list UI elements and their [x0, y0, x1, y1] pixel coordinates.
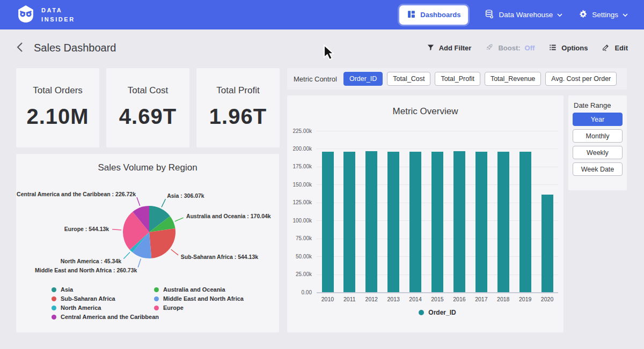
legend-item-central-america-and-the-caribbean[interactable]: Central America and the Caribbean [52, 314, 159, 320]
legend-label: North America [61, 305, 101, 311]
metric-control-buttons: Order_IDTotal_CostTotal_ProfitTotal_Reve… [343, 72, 617, 86]
legend-item-sub-saharan-africa[interactable]: Sub-Saharan Africa [52, 295, 159, 302]
pie-label-middle-east-and-north-africa: Middle East and North Africa : 260.73k [35, 267, 137, 273]
bar-2011[interactable] [343, 152, 355, 292]
pie-label-north-america: North America : 45.34k [61, 258, 122, 264]
legend-label: Asia [61, 286, 73, 293]
x-tick-label: 2011 [339, 296, 361, 302]
bar-2013[interactable] [387, 152, 399, 292]
bar-chart-title: Metric Overview [287, 106, 564, 117]
x-tick-label: 2014 [405, 296, 427, 302]
legend-label: Australia and Oceania [163, 286, 225, 293]
y-tick-label: 125.00k [287, 199, 312, 205]
kpi-value: 4.69T [106, 105, 189, 129]
pie-label-europe: Europe : 544.13k [64, 226, 109, 232]
x-tick-label: 2017 [470, 296, 492, 302]
date-range-button-week-date[interactable]: Week Date [573, 162, 623, 176]
legend-dot [154, 296, 159, 301]
gear-icon [579, 10, 588, 20]
boost-toggle[interactable]: Boost: Off [485, 43, 535, 53]
bar-2010[interactable] [322, 152, 334, 292]
pie-label-asia: Asia : 306.07k [167, 192, 204, 199]
navbar-menu: Dashboards Data Warehouse [399, 5, 628, 25]
gridline [317, 148, 558, 149]
nav-settings-menu[interactable]: Settings [579, 10, 628, 20]
bar-chart-legend[interactable]: Order_ID [317, 309, 558, 316]
nav-data-warehouse-menu[interactable]: Data Warehouse [484, 9, 562, 21]
x-tick-label: 2010 [317, 296, 339, 302]
brand-name: DATA INSIDER [41, 6, 75, 24]
brand-line-1: DATA [41, 6, 75, 15]
metric-button-total-revenue[interactable]: Total_Revenue [485, 72, 541, 86]
legend-dot [52, 296, 56, 301]
metric-overview-card: Metric Overview Order_ID 0.0025.00k50.00… [287, 95, 564, 332]
kpi-value: 2.10M [16, 105, 99, 129]
list-icon [548, 43, 557, 53]
legend-item-australia-and-oceania[interactable]: Australia and Oceania [154, 286, 244, 293]
back-button[interactable] [16, 42, 23, 54]
kpi-card-total-orders: Total Orders 2.10M [16, 68, 99, 147]
date-range-button-monthly[interactable]: Monthly [573, 129, 623, 143]
metric-control-bar: Metric Control Order_IDTotal_CostTotal_P… [287, 68, 627, 90]
gridline [317, 131, 558, 131]
legend-dot [52, 315, 56, 320]
bar-2014[interactable] [409, 152, 421, 292]
x-tick-label: 2015 [427, 296, 449, 302]
bar-2017[interactable] [475, 152, 487, 292]
metric-button-total-cost[interactable]: Total_Cost [387, 72, 430, 86]
gridline [317, 292, 558, 293]
database-icon [484, 9, 494, 21]
legend-item-middle-east-and-north-africa[interactable]: Middle East and North Africa [154, 295, 244, 302]
rocket-icon [485, 43, 494, 53]
date-range-label: Date Range [574, 101, 623, 109]
top-navbar: DATA INSIDER Dashboards [0, 0, 644, 29]
legend-label: Middle East and North Africa [163, 295, 244, 302]
legend-dot [154, 287, 159, 292]
legend-item-asia[interactable]: Asia [52, 286, 159, 293]
legend-item-north-america[interactable]: North America [52, 305, 159, 311]
nav-dashboards-button[interactable]: Dashboards [399, 5, 468, 25]
date-range-button-year[interactable]: Year [573, 113, 623, 126]
y-tick-label: 0.00 [287, 289, 312, 295]
options-button[interactable]: Options [548, 43, 588, 53]
app-root: DATA INSIDER Dashboards [0, 0, 644, 349]
pie-slice-sub-saharan-africa[interactable] [149, 228, 175, 258]
pie-label-central-america-and-the-caribbean: Central America and the Caribbean : 226.… [17, 191, 136, 197]
y-tick-label: 175.00k [287, 164, 312, 169]
brand-logo[interactable]: DATA INSIDER [16, 5, 75, 25]
kpi-card-total-profit: Total Profit 1.96T [196, 68, 280, 147]
edit-label: Edit [614, 44, 628, 52]
page-title: Sales Dashboard [34, 42, 116, 54]
date-range-button-weekly[interactable]: Weekly [573, 146, 623, 159]
x-tick-label: 2016 [449, 296, 471, 302]
legend-item-europe[interactable]: Europe [154, 305, 244, 311]
pie-label-australia-and-oceania: Australia and Oceania : 170.04k [186, 213, 271, 219]
y-tick-label: 50.00k [287, 254, 312, 259]
x-tick-label: 2020 [536, 296, 558, 302]
legend-label: Sub-Saharan Africa [61, 295, 115, 302]
legend-dot [52, 306, 56, 310]
bar-2015[interactable] [431, 152, 443, 292]
nav-data-warehouse-label: Data Warehouse [499, 11, 553, 19]
bar-2020[interactable] [541, 195, 553, 292]
edit-button[interactable]: Edit [602, 43, 628, 53]
metric-button-total-profit[interactable]: Total_Profit [435, 72, 480, 86]
options-label: Options [561, 44, 588, 52]
dashboard-grid-icon [407, 10, 416, 20]
kpi-label: Total Cost [106, 85, 189, 96]
x-tick-label: 2013 [383, 296, 405, 302]
metric-button-order-id[interactable]: Order_ID [343, 72, 383, 86]
bar-2019[interactable] [519, 152, 531, 293]
metric-button-avg-cost-per-order[interactable]: Avg. Cost per Order [545, 72, 617, 86]
bar-2012[interactable] [365, 151, 377, 292]
bar-2016[interactable] [453, 151, 465, 292]
brand-line-2: INSIDER [41, 15, 75, 24]
bar-2018[interactable] [497, 152, 509, 292]
add-filter-button[interactable]: Add Filter [427, 43, 472, 53]
pie-label-sub-saharan-africa: Sub-Saharan Africa : 544.13k [181, 254, 258, 260]
filter-icon [427, 43, 435, 53]
chevron-down-icon [557, 11, 562, 19]
y-tick-label: 75.00k [287, 235, 312, 241]
boost-label: Boost: [498, 44, 520, 52]
pie-legend-col1: AsiaSub-Saharan AfricaNorth AmericaCentr… [52, 286, 159, 323]
